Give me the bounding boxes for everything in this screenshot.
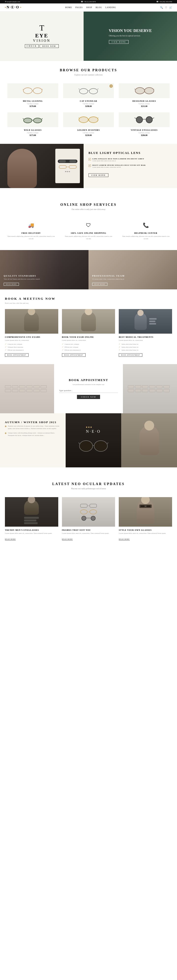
browse-section-title: BROWSE OUR PRODUCTS Explore our new summ… [0, 61, 177, 78]
hero-check: CHECK [25, 44, 38, 48]
book-exams-btn[interactable]: BOOK APPOINTMENT [5, 353, 29, 357]
glasses-svg-4 [23, 116, 43, 123]
appt-subtitle: Get professional assistance in the simpl… [73, 383, 104, 385]
book-img-exams [5, 309, 58, 334]
svg-point-42 [90, 510, 97, 514]
frames-glasses-3 [80, 516, 97, 521]
update-trendy-btn[interactable]: READ MORE [5, 538, 16, 540]
nav-landing[interactable]: LANDING [105, 6, 116, 9]
book-online-desc: Lorem ipsum dolor sit, consectetur [62, 339, 115, 342]
helpdesk-icon: 📞 [141, 220, 151, 230]
hero-left: T EYE VISION CHECK BOOK NOW [0, 11, 84, 61]
svg-point-21 [89, 117, 98, 123]
book-medical-feat-3-text: Spelas aliset aliset forma vet [121, 349, 139, 351]
nav-top-email: ✉ neo@example.com [5, 1, 20, 3]
update-frames: FRAMES THAT SUIT YOU Lorem ipsum dolor a… [62, 497, 115, 541]
appt-submit-btn[interactable]: CHECK NOW [77, 395, 100, 399]
products-grid: METAL LEANING Cat Eye, Luxury $170.00 N … [0, 78, 177, 144]
book-exams-feat-3-text: Efficitur nisi elementum id [8, 349, 24, 351]
product-price-6: $284.00 [119, 134, 170, 137]
hero-desc: Offering you the best in optical service… [109, 34, 152, 37]
nav-pages[interactable]: PAGES [75, 6, 83, 9]
svg-line-37 [107, 442, 108, 444]
professional-btn[interactable]: READ MORE [92, 283, 107, 286]
blue-light-feature-1: ✓ LIPA SINGLES DUO NON-LOREM INCIDUNT AM… [88, 158, 172, 162]
update-img-frames [62, 497, 115, 527]
nav-shop[interactable]: SHOP [86, 6, 92, 9]
season-left: AUTUMN / WINTER SHOP 2021 Explore our co… [0, 413, 65, 468]
glasses-svg-1 [23, 87, 43, 94]
logo[interactable]: N·E·O [5, 5, 21, 10]
appt-right-shelf [123, 364, 177, 413]
blue-light-view-btn[interactable]: VIEW MORE [88, 173, 108, 177]
book-online-feat-1-text: Consectet nisl, volutpate [65, 344, 79, 345]
hero-letter: T [25, 23, 59, 32]
services-section: ONLINE SHOP SERVICES Our entire offer is… [0, 188, 177, 250]
feature-desc-1: Lorem ipsum dolor amet sit non urna ot [92, 160, 144, 162]
shelf-item [41, 385, 47, 388]
svg-line-4 [42, 89, 43, 90]
book-medical-feat-1-text: Spelas aliset aliset forma vet [121, 344, 139, 345]
book-exams-feat-3: ✓ Efficitur nisi elementum id [5, 349, 58, 351]
book-exams-feat-1-text: Consectet nisl, volutpate [8, 344, 22, 345]
appt-input[interactable] [59, 388, 118, 393]
svg-line-23 [79, 118, 79, 118]
book-medical-desc: Lorem ipsum dolor sit, consectetur [119, 339, 172, 342]
blue-light-title: BLUE LIGHT OPTICAL LENS [88, 151, 172, 155]
product-4: WILD GLASSES Cat Eye, Luxury $173.00 [5, 110, 61, 139]
nav-home[interactable]: HOME [65, 6, 72, 9]
shelf-item [156, 385, 163, 388]
check-icon-8: ✓ [119, 346, 120, 348]
professional-col: PROFESSIONAL TEAM Ut cursus amet vitae, … [88, 250, 177, 290]
wishlist-icon[interactable]: ♡ [165, 6, 167, 9]
cart-icon[interactable]: 🛒 [169, 6, 172, 9]
update-frames-btn[interactable]: READ MORE [62, 538, 73, 540]
svg-rect-30 [59, 165, 66, 169]
product-6: VINTAGE EYEGLASSES Cat Eye, Luxury $284.… [116, 110, 172, 139]
product-img-2: N [63, 83, 114, 98]
nav-blog[interactable]: BLOG [96, 6, 102, 9]
season-feat-1: Explore our collection of glasses in our… [5, 425, 61, 430]
product-3: DESIGNED GLASSES Cat Eye, Luxury $211.00 [116, 81, 172, 110]
hero-book-btn[interactable]: BOOK NOW [40, 44, 59, 48]
glasses-svg-3 [134, 87, 154, 94]
professional-text: PROFESSIONAL TEAM Ut cursus amet vitae, … [92, 275, 125, 286]
appointment-form: BOOK APPOINTMENT Get professional assist… [54, 364, 123, 413]
shelf-item [26, 389, 32, 392]
feature-title-1: LIPA SINGLES DUO NON-LOREM INCIDUNT AMET [92, 158, 144, 160]
product-img-6 [119, 112, 170, 127]
shelf-display-right [125, 383, 175, 395]
product-name-4: WILD GLASSES [7, 129, 58, 131]
services-subtitle: Our entire offer is only just one-click … [10, 208, 167, 210]
product-5: GOLDEN AVIATORS Cat Eye, Luxury $218.00 [61, 110, 116, 139]
product-cat-1: Cat Eye, Luxury [7, 103, 58, 105]
quality-btn[interactable]: READ MORE [4, 283, 19, 286]
check-icon-6: ✓ [62, 349, 64, 351]
update-style-btn[interactable]: READ MORE [119, 538, 129, 540]
svg-rect-47 [140, 505, 145, 507]
shelf-item [12, 385, 18, 388]
blue-light-feature-2: ✓ HAST LOREM IPSUM SINGLES DUO VIVID SIT… [88, 164, 172, 168]
svg-point-45 [91, 516, 96, 520]
shelf-item [149, 389, 155, 392]
logo-dot-2 [20, 7, 21, 8]
search-icon[interactable]: 🔍 [160, 6, 163, 9]
svg-point-1 [33, 88, 42, 94]
season-feat-2-text: Unique items with breathing design style… [8, 432, 61, 437]
professional-title: PROFESSIONAL TEAM [92, 275, 125, 277]
product-cat-4: Cat Eye, Luxury [7, 132, 58, 134]
blue-light-content: BLUE LIGHT OPTICAL LENS ✓ LIPA SINGLES D… [84, 144, 177, 188]
book-medical-btn[interactable]: BOOK APPOINTMENT [119, 353, 142, 357]
glasses-svg-5 [79, 116, 98, 123]
book-title: BOOK A MEETING NOW [5, 297, 172, 301]
neo-logo-text: N·E·O [86, 429, 101, 434]
season-dot-2 [5, 433, 6, 434]
quality-text: QUALITY STANDARDS View all our frames an… [4, 275, 40, 286]
book-online-btn[interactable]: BOOK APPOINTMENT [62, 353, 86, 357]
logo-dot [5, 7, 6, 8]
season-feat-1-text: Explore our collection of glasses in our… [8, 425, 61, 430]
hero-vision: VISION [25, 39, 59, 43]
frames-glasses-1 [80, 503, 97, 508]
hero-view-btn[interactable]: VIEW MORE [109, 40, 129, 44]
svg-line-29 [152, 118, 154, 118]
